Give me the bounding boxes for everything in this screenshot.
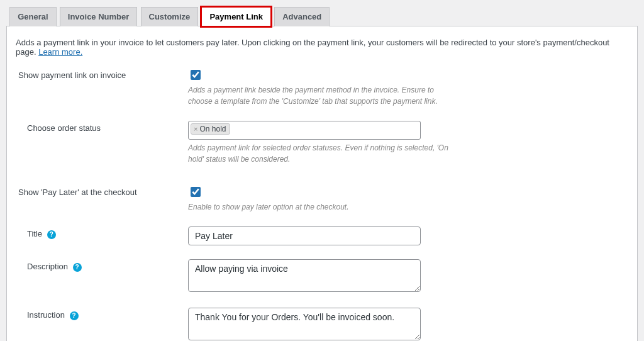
label-show-pay-later: Show 'Pay Later' at the checkout — [18, 187, 137, 197]
order-status-chip-label: On hold — [199, 125, 226, 133]
label-order-status: Choose order status — [27, 123, 101, 133]
title-input[interactable] — [188, 226, 421, 245]
label-instruction: Instruction — [27, 310, 65, 320]
row-show-payment-link: Show payment link on invoice Adds a paym… — [16, 68, 628, 107]
description-textarea[interactable]: Allow paying via invoice — [188, 259, 421, 292]
tab-customize[interactable]: Customize — [141, 7, 199, 26]
label-description: Description — [27, 262, 68, 271]
row-order-status: Choose order status × On hold Adds payme… — [16, 121, 628, 165]
tab-payment-link[interactable]: Payment Link — [201, 7, 271, 26]
order-status-chip[interactable]: × On hold — [191, 123, 230, 135]
settings-panel: Adds a payment link in your invoice to l… — [6, 26, 638, 341]
tab-advanced[interactable]: Advanced — [274, 7, 330, 26]
settings-tabs: General Invoice Number Customize Payment… — [6, 6, 638, 26]
help-show-payment-link: Adds a payment link beside the payment m… — [188, 84, 458, 107]
help-icon[interactable]: ? — [70, 311, 79, 320]
row-description: Description ? Allow paying via invoice — [16, 259, 628, 294]
intro-text: Adds a payment link in your invoice to l… — [16, 38, 628, 57]
tab-general[interactable]: General — [9, 7, 56, 26]
row-instruction: Instruction ? Thank You for your Orders.… — [16, 308, 628, 341]
help-icon[interactable]: ? — [47, 230, 56, 239]
tab-invoice-number[interactable]: Invoice Number — [60, 7, 138, 26]
remove-chip-icon[interactable]: × — [194, 125, 197, 133]
help-show-pay-later: Enable to show pay later option at the c… — [188, 201, 458, 213]
checkbox-show-pay-later[interactable] — [191, 187, 201, 197]
help-icon[interactable]: ? — [73, 263, 82, 272]
instruction-textarea[interactable]: Thank You for your Orders. You'll be inv… — [188, 308, 421, 340]
intro-body: Adds a payment link in your invoice to l… — [16, 38, 609, 57]
label-title: Title — [27, 229, 42, 238]
row-title: Title ? — [16, 226, 628, 245]
help-order-status: Adds payment link for selected order sta… — [188, 142, 458, 165]
order-status-select[interactable]: × On hold — [188, 121, 421, 140]
label-show-payment-link: Show payment link on invoice — [18, 70, 126, 80]
checkbox-show-payment-link[interactable] — [191, 70, 201, 80]
row-show-pay-later: Show 'Pay Later' at the checkout Enable … — [16, 185, 628, 213]
learn-more-link[interactable]: Learn more. — [38, 47, 82, 57]
